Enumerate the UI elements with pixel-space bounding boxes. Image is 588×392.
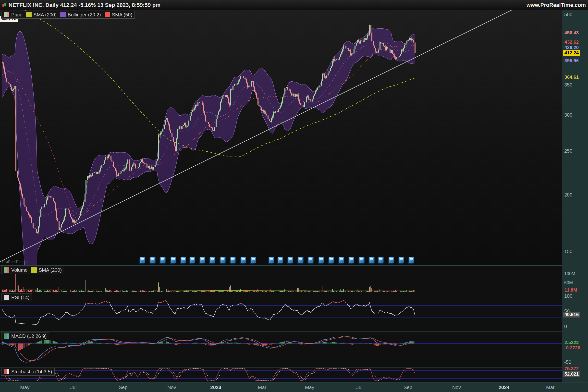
pane-divider[interactable]	[0, 332, 562, 332]
axis-value-badge: 75.372	[563, 366, 580, 372]
news-icon[interactable]	[328, 257, 334, 263]
legend-label: SMA (50)	[112, 12, 132, 18]
legend-item[interactable]: Volume	[4, 267, 28, 273]
news-icon[interactable]	[409, 257, 414, 263]
legend-swatch-icon	[26, 12, 32, 18]
legend-swatch-icon	[4, 267, 10, 273]
news-icon[interactable]	[339, 257, 344, 263]
time-tick: Mar	[539, 385, 561, 390]
axis-tick: 100	[564, 293, 572, 299]
axis-tick: 200	[564, 192, 572, 198]
prorealtime-window: NETFLIX INC. Daily 412.24 -5.16% 13 Sep …	[0, 0, 588, 392]
news-icon[interactable]	[150, 257, 156, 263]
legend-item[interactable]: MACD (12 26 9)	[4, 333, 47, 339]
news-icon[interactable]	[388, 257, 394, 263]
time-tick: May	[299, 385, 321, 390]
news-icon[interactable]	[278, 257, 283, 263]
legend-swatch-icon	[104, 12, 110, 18]
axis-value-badge: 456.43	[563, 30, 580, 36]
time-tick: Nov	[161, 385, 183, 390]
axis-value-badge: 11.8M	[563, 287, 578, 293]
legend-macd[interactable]: MACD (12 26 9)	[1, 332, 49, 340]
legend-label: Volume	[11, 267, 28, 273]
chart-title: NETFLIX INC. Daily 412.24 -5.16% 13 Sep …	[8, 2, 160, 8]
axis-value-badge: 52.021	[563, 371, 580, 377]
legend-item[interactable]: Price	[4, 12, 22, 18]
time-tick: 2023	[205, 385, 227, 390]
pane-divider[interactable]	[0, 293, 562, 293]
news-icon[interactable]	[140, 257, 145, 263]
legend-label: Bollinger (20 2)	[68, 12, 101, 18]
news-icon[interactable]	[210, 257, 215, 263]
time-tick: Sep	[112, 385, 134, 390]
legend-rsi[interactable]: RSI (14)	[1, 294, 32, 301]
chart-canvas[interactable]	[0, 10, 562, 382]
legend-item[interactable]: RSI (14)	[4, 294, 30, 300]
legend-swatch-icon	[4, 12, 10, 18]
legend-label: Price	[11, 12, 22, 18]
legend-label: MACD (12 26 9)	[11, 334, 47, 339]
legend-item[interactable]: SMA (50)	[104, 12, 132, 18]
legend-item[interactable]: Bollinger (20 2)	[60, 12, 101, 18]
legend-volume[interactable]: VolumeSMA (200)	[1, 266, 64, 274]
news-icon[interactable]	[359, 257, 364, 263]
news-icon[interactable]	[369, 257, 374, 263]
time-tick: Jul	[348, 385, 370, 390]
time-tick: Mar	[251, 385, 273, 390]
time-tick: 2024	[493, 385, 515, 390]
news-icon[interactable]	[230, 257, 236, 263]
news-icon[interactable]	[160, 257, 166, 263]
legend-price[interactable]: PriceSMA (200)Bollinger (20 2)SMA (50)	[1, 11, 135, 18]
axis-tick: 300	[564, 112, 572, 118]
news-icon[interactable]	[170, 257, 176, 263]
axis-value-badge: 432.62	[563, 39, 580, 45]
legend-item[interactable]: SMA (200)	[26, 12, 56, 18]
axis-value-badge: 2.5223	[563, 340, 580, 346]
news-icon[interactable]	[200, 257, 205, 263]
news-icon[interactable]	[288, 257, 293, 263]
news-icon[interactable]	[251, 257, 256, 263]
legend-item[interactable]: Stochast­ic (14 3 5)	[4, 369, 52, 374]
axis-value-badge: 40.616	[563, 312, 580, 318]
news-icon[interactable]	[349, 257, 354, 263]
axis-value-badge: 395.96	[563, 58, 580, 64]
legend-swatch-icon	[4, 333, 10, 339]
news-icon[interactable]	[220, 257, 226, 263]
legend-label: Stochast­ic (14 3 5)	[11, 369, 52, 374]
time-tick: May	[14, 385, 36, 390]
axis-tick: 0	[564, 324, 567, 329]
axis-value-badge: 364.61	[563, 74, 580, 80]
pane-divider[interactable]	[0, 265, 562, 266]
news-icon[interactable]	[308, 257, 314, 263]
legend-label: SMA (200)	[34, 12, 56, 18]
legend-label: RSI (14)	[11, 295, 30, 300]
axis-tick: -50	[564, 360, 571, 365]
news-icon[interactable]	[398, 257, 404, 263]
news-icon[interactable]	[180, 257, 186, 263]
news-icon[interactable]	[240, 257, 246, 263]
news-icon[interactable]	[318, 257, 324, 263]
legend-swatch-icon	[31, 267, 37, 273]
legend-swatch-icon	[4, 294, 10, 300]
watermark: ProRealTime.com	[2, 260, 31, 264]
prorealtime-logo-icon	[2, 3, 6, 8]
axis-tick: 350	[564, 82, 572, 88]
title-bar: NETFLIX INC. Daily 412.24 -5.16% 13 Sep …	[0, 0, 588, 10]
axis-tick: 250	[564, 148, 572, 154]
time-tick: Nov	[446, 385, 468, 390]
legend-swatch-icon	[60, 12, 66, 18]
pane-divider[interactable]	[0, 367, 562, 368]
news-icon[interactable]	[190, 257, 195, 263]
news-icon[interactable]	[378, 257, 384, 263]
legend-item[interactable]: SMA (200)	[31, 267, 62, 273]
news-icon[interactable]	[269, 257, 274, 263]
legend-stoch[interactable]: Stochast­ic (14 3 5)	[1, 368, 55, 376]
axis-value-badge: 426.20	[563, 44, 580, 50]
legend-swatch-icon	[4, 369, 10, 374]
time-axis[interactable]: MayJulSepNov2023MarMayJulSepNov2024Mar	[0, 382, 588, 392]
axis-tick: 50M	[564, 280, 573, 286]
news-icon[interactable]	[298, 257, 304, 263]
axis-tick: 500	[564, 12, 572, 18]
axis-tick: 150	[564, 249, 572, 254]
price-axis[interactable]: 500350300250200150100M50M100500-50456.43…	[562, 10, 588, 382]
